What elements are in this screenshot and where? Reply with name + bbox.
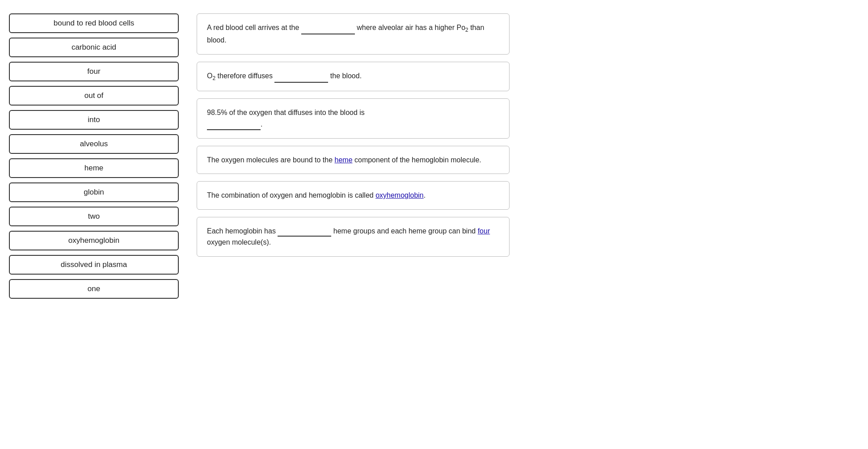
drag-item-into[interactable]: into xyxy=(9,110,179,130)
drag-item-oxyhemoglobin[interactable]: oxyhemoglobin xyxy=(9,231,179,250)
blank-field[interactable] xyxy=(207,121,261,130)
link-four[interactable]: four xyxy=(478,227,490,235)
right-panel: A red blood cell arrives at the where al… xyxy=(197,9,510,440)
drag-item-heme[interactable]: heme xyxy=(9,158,179,178)
drag-item-dissolved-in-plasma[interactable]: dissolved in plasma xyxy=(9,255,179,275)
drop-card-card-1: A red blood cell arrives at the where al… xyxy=(197,13,510,55)
blank-field[interactable] xyxy=(278,228,331,237)
drag-item-alveolus[interactable]: alveolus xyxy=(9,134,179,154)
drag-item-one[interactable]: one xyxy=(9,279,179,299)
drag-item-two[interactable]: two xyxy=(9,207,179,226)
drop-card-card-2: O2 therefore diffuses the blood. xyxy=(197,62,510,91)
drag-item-globin[interactable]: globin xyxy=(9,182,179,202)
blank-field[interactable] xyxy=(301,25,355,34)
drop-card-card-6: Each hemoglobin has heme groups and each… xyxy=(197,217,510,257)
drop-card-card-3: 98.5% of the oxygen that diffuses into t… xyxy=(197,98,510,138)
drag-item-four[interactable]: four xyxy=(9,62,179,81)
drop-card-card-5: The combination of oxygen and hemoglobin… xyxy=(197,181,510,210)
left-panel: bound to red blood cellscarbonic acidfou… xyxy=(9,9,179,440)
drop-card-card-4: The oxygen molecules are bound to the he… xyxy=(197,146,510,174)
drag-item-out-of[interactable]: out of xyxy=(9,86,179,106)
drag-item-bound-to-red-blood-cells[interactable]: bound to red blood cells xyxy=(9,13,179,33)
drag-item-carbonic-acid[interactable]: carbonic acid xyxy=(9,38,179,57)
link-oxyhemoglobin[interactable]: oxyhemoglobin xyxy=(375,191,424,199)
blank-field[interactable] xyxy=(274,74,328,83)
link-heme[interactable]: heme xyxy=(335,156,353,164)
